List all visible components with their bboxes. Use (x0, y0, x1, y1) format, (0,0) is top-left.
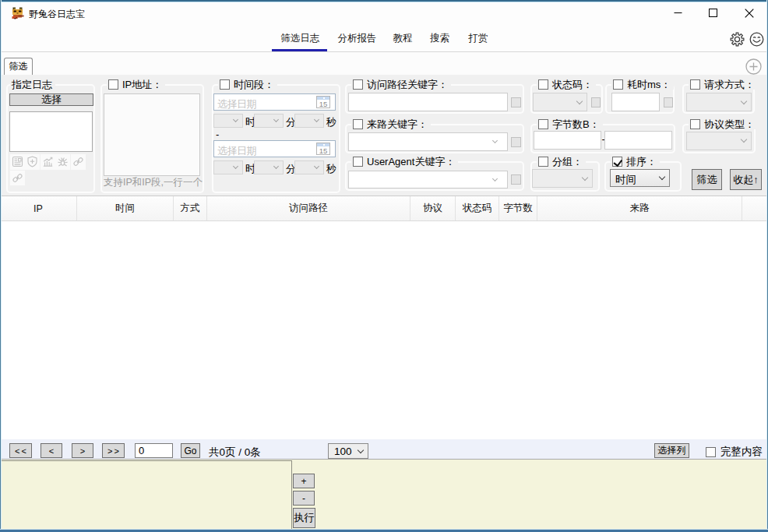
go-button[interactable]: Go (181, 443, 200, 458)
grouping-checkbox[interactable] (538, 157, 548, 167)
subtract-button[interactable]: - (293, 491, 315, 506)
column-header-2[interactable]: 时间 (77, 196, 174, 220)
date-end-input[interactable]: 选择日期 15 (213, 140, 336, 157)
spider-icon[interactable] (55, 154, 70, 170)
request-method-combo[interactable] (686, 93, 752, 111)
link-glyph (11, 171, 24, 185)
full-content-checkbox[interactable] (706, 447, 716, 457)
select-log-button[interactable]: 选择 (9, 93, 93, 107)
column-header-5[interactable]: 协议 (410, 196, 456, 220)
protocol-combo[interactable] (686, 132, 752, 150)
useragent-extra-checkbox[interactable] (511, 174, 521, 185)
tab-filter[interactable]: 筛选 (4, 58, 33, 75)
column-header-7[interactable]: 字节数 (499, 196, 537, 220)
referer-keyword-combo[interactable] (348, 132, 508, 151)
chevron-down-icon (491, 176, 497, 181)
group-bytes: 字节数B： - (530, 124, 675, 153)
ip-checkbox[interactable] (108, 79, 118, 90)
column-header-4[interactable]: 访问路径 (207, 196, 410, 220)
shield-plus-glyph (26, 155, 39, 168)
label-text: 访问路径关键字： (367, 79, 448, 90)
add-button[interactable]: + (293, 474, 315, 488)
execute-button[interactable]: 执行 (293, 508, 315, 528)
page-number-input[interactable]: 0 (135, 443, 173, 458)
calendar-icon[interactable]: 15 (316, 143, 330, 155)
group-path-label: 访问路径关键字： (351, 79, 451, 90)
protocol-checkbox[interactable] (690, 119, 700, 129)
filter-button[interactable]: 筛选 (692, 169, 722, 190)
start-minute-select[interactable] (254, 114, 284, 128)
close-button[interactable] (731, 2, 766, 24)
first-page-button[interactable]: << (9, 443, 32, 458)
last-page-button[interactable]: >> (102, 443, 125, 458)
status-extra-checkbox[interactable] (591, 97, 601, 107)
date-start-input[interactable]: 选择日期 15 (213, 93, 336, 111)
log-listbox[interactable] (9, 111, 93, 153)
useragent-checkbox[interactable] (353, 157, 363, 167)
elapsed-input[interactable] (611, 93, 660, 111)
label-text: 完整内容 (720, 445, 763, 459)
time-checkbox[interactable] (220, 79, 230, 90)
label-text: 指定日志 (12, 79, 52, 90)
referer-extra-checkbox[interactable] (511, 137, 521, 147)
start-hour-select[interactable] (213, 114, 243, 128)
calendar-icon[interactable]: 15 (316, 96, 330, 108)
useragent-keyword-combo[interactable] (348, 171, 508, 189)
label-text: 协议类型： (704, 119, 755, 129)
referer-checkbox[interactable] (353, 119, 363, 129)
bytes-max-input[interactable] (604, 131, 672, 150)
select-columns-button[interactable]: 选择列 (654, 443, 689, 458)
bytes-min-input[interactable] (534, 131, 601, 150)
shield-plus-icon[interactable] (25, 154, 40, 170)
column-header-6[interactable]: 状态码 (456, 196, 499, 220)
status-checkbox[interactable] (538, 79, 548, 90)
column-header-1[interactable]: IP (0, 196, 77, 220)
group-bytes-label: 字节数B： (537, 119, 603, 129)
end-minute-select[interactable] (254, 160, 284, 174)
group-status-label: 状态码： (537, 79, 596, 90)
sort-combo[interactable]: 时间 (610, 169, 670, 187)
ip-hint: 支持IP和IP段,一行一个 (104, 176, 203, 189)
menu-item-1[interactable]: 筛选日志 (281, 32, 320, 45)
menu-item-2[interactable]: 分析报告 (338, 32, 377, 45)
collapse-button[interactable]: 收起↑ (730, 169, 762, 190)
label-text: 来路关键字： (367, 119, 428, 129)
add-tab-icon[interactable] (745, 58, 762, 75)
group-elapsed-label: 耗时ms： (611, 79, 674, 90)
settings-gear-icon[interactable] (730, 32, 745, 47)
footer-box[interactable] (0, 460, 292, 532)
path-extra-checkbox[interactable] (511, 97, 521, 107)
menu-item-4[interactable]: 搜索 (430, 32, 449, 45)
column-header-3[interactable]: 方式 (174, 196, 207, 220)
minimize-button[interactable] (661, 2, 696, 24)
start-second-select[interactable] (294, 114, 324, 128)
full-content-option: 完整内容 (706, 445, 763, 459)
next-page-button[interactable]: > (72, 443, 93, 458)
menu-item-5[interactable]: 打赏 (469, 32, 488, 45)
end-hour-select[interactable] (213, 160, 243, 174)
ip-textarea[interactable] (104, 93, 200, 176)
method-checkbox[interactable] (690, 79, 700, 90)
link-icon[interactable] (10, 171, 25, 186)
status-code-combo[interactable] (533, 93, 587, 111)
page-size-combo[interactable]: 100 (328, 443, 368, 459)
log-card-icon[interactable] (10, 154, 25, 170)
chevron-down-icon (358, 446, 364, 453)
elapsed-extra-checkbox[interactable] (664, 97, 674, 107)
path-checkbox[interactable] (353, 79, 363, 90)
pagination-bar: << < > >> 0 Go 共0页 / 0条 100 选择列 完整内容 (0, 439, 768, 460)
end-second-select[interactable] (294, 160, 324, 174)
elapsed-checkbox[interactable] (613, 79, 623, 90)
maximize-button[interactable] (696, 2, 731, 24)
smiley-icon[interactable] (749, 32, 764, 47)
prev-page-button[interactable]: < (41, 443, 62, 458)
menu-item-3[interactable]: 教程 (393, 32, 413, 45)
link-icon[interactable] (71, 154, 86, 170)
column-header-8[interactable]: 来路 (537, 196, 742, 220)
sort-checkbox[interactable] (612, 157, 622, 167)
path-keyword-input[interactable] (348, 93, 508, 111)
chart-bars-icon[interactable] (41, 154, 55, 170)
bytes-checkbox[interactable] (538, 119, 548, 129)
log-card-glyph (11, 155, 24, 168)
grouping-combo[interactable] (532, 169, 593, 188)
